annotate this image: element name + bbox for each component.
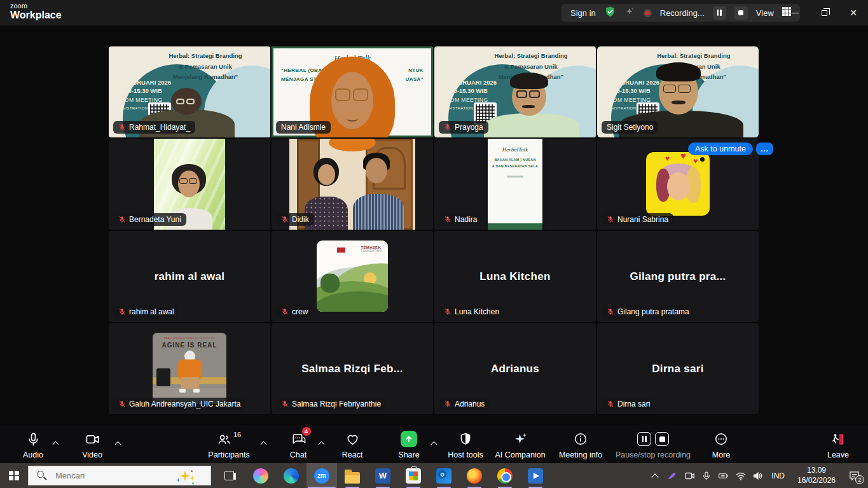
tile-nadira[interactable]: HerbalTalk BAHAN ALAM ) NUSAN A DAN KESE… xyxy=(434,139,596,230)
taskbar-copilot-icon[interactable] xyxy=(245,463,276,488)
chat-icon: 4 xyxy=(291,431,306,447)
microphone-icon xyxy=(26,431,41,447)
tile-bernadeta-yuni[interactable]: Bernadeta Yuni xyxy=(109,139,270,230)
brand-workplace: Workplace xyxy=(10,10,62,21)
restore-button[interactable] xyxy=(809,0,839,25)
task-view-button[interactable] xyxy=(216,463,242,488)
tile-galuh-andreansyah[interactable]: PABLO PICASSO/1881.10.25-1973.4.8 AGINE … xyxy=(109,323,270,414)
wifi-icon[interactable] xyxy=(735,470,747,482)
shield-icon xyxy=(458,431,472,447)
name-label: Prayoga xyxy=(439,121,488,134)
minimize-button[interactable] xyxy=(780,0,809,25)
taskbar-edge-icon[interactable] xyxy=(276,463,307,488)
name-label: rahim al awal xyxy=(113,305,179,318)
landscape-poster-avatar: TEMASEKFOUNDATION xyxy=(317,241,388,312)
recording-indicator-icon xyxy=(644,9,652,17)
active-speaker-actions: Ask to unmute ... xyxy=(688,143,773,155)
battery-icon[interactable] xyxy=(718,470,729,482)
heart-icon: ♥ xyxy=(665,155,670,162)
name-label: Galuh Andreansyah_UIC Jakarta xyxy=(113,398,245,410)
view-button[interactable]: View xyxy=(756,8,774,18)
name-label: Salmaa Rizqi Febriyanthie xyxy=(276,398,386,410)
leave-button[interactable]: Leave xyxy=(809,431,867,459)
name-label: Dirna sari xyxy=(602,398,655,410)
name-label: Didik xyxy=(276,213,314,226)
search-input[interactable] xyxy=(54,470,162,481)
tile-salmaa-rizqi[interactable]: Salmaa Rizqi Feb... Salmaa Rizqi Febriya… xyxy=(272,323,433,414)
participant-grid: Herbal: Strategi Branding& Pemasaran Uni… xyxy=(109,46,759,414)
portrait-poster-video: HerbalTalk BAHAN ALAM ) NUSAN A DAN KESE… xyxy=(488,139,542,230)
tile-didik[interactable]: Didik xyxy=(272,139,433,230)
ask-to-unmute-button[interactable]: Ask to unmute xyxy=(688,143,753,155)
hidden-icons-chevron[interactable] xyxy=(649,470,661,482)
name-label: Nani Adismie xyxy=(276,121,331,134)
stop-recording-icon[interactable] xyxy=(655,432,669,446)
taskbar-apps: zm W xyxy=(245,463,551,488)
tile-sigit-setiyono[interactable]: Herbal: Strategi Branding& Pemasaran Uni… xyxy=(597,46,759,137)
taskbar-chrome-icon[interactable] xyxy=(490,463,520,488)
taskbar-zoom-icon[interactable]: zm xyxy=(307,463,337,488)
recording-status-text: Recording... xyxy=(660,8,705,18)
language-indicator[interactable]: IND xyxy=(769,471,787,480)
security-shield-icon[interactable] xyxy=(604,6,616,20)
pause-recording-icon[interactable] xyxy=(637,432,651,446)
start-button[interactable] xyxy=(0,463,28,488)
taskbar-firefox-icon[interactable] xyxy=(459,463,490,488)
video-menu-chevron[interactable] xyxy=(115,442,121,448)
name-label: Sigit Setiyono xyxy=(602,121,658,134)
ai-sparkle-icon xyxy=(513,431,528,447)
window-titlebar: zoom Workplace Sign in Recording... View… xyxy=(0,0,868,25)
taskbar-search[interactable] xyxy=(28,466,211,485)
name-label: Adrianus xyxy=(439,398,490,410)
volume-icon[interactable] xyxy=(752,470,764,482)
more-ellipsis-icon xyxy=(714,431,728,447)
camera-tray-icon[interactable] xyxy=(684,470,695,482)
tile-rahim-al-awal[interactable]: rahim al awal rahim al awal xyxy=(109,231,270,322)
tile-gilang-putra-pratama[interactable]: Gilang putra pra... Gilang putra pratama xyxy=(597,231,759,322)
tile-luna-kitchen[interactable]: Luna Kitchen Luna Kitchen xyxy=(434,231,596,322)
notification-count-badge: 2 xyxy=(855,475,864,484)
clock-time: 13.09 xyxy=(807,466,826,475)
microphone-tray-icon[interactable] xyxy=(701,470,712,482)
participants-count: 16 xyxy=(233,431,241,438)
tile-nani-adismie[interactable]: Herbal Talk "HERBAL (OBAT BAHAN ANTUK ME… xyxy=(272,46,433,137)
ai-sparkle-icon[interactable] xyxy=(624,6,635,20)
window-controls: ✕ xyxy=(780,0,868,25)
participants-icon: 16 xyxy=(217,431,241,447)
profile-photo-avatar: PABLO PICASSO/1881.10.25-1973.4.8 AGINE … xyxy=(153,333,226,404)
zoom-workplace-logo: zoom Workplace xyxy=(10,3,62,20)
notification-center-button[interactable]: 2 xyxy=(846,469,862,483)
tile-rahmat-hidayat[interactable]: Herbal: Strategi Branding& Pemasaran Uni… xyxy=(109,46,270,137)
clock-date: 16/02/2026 xyxy=(797,476,836,485)
name-label: Nurani Sabrina xyxy=(602,213,673,226)
taskbar-outlook-icon[interactable] xyxy=(429,463,459,488)
sign-in-button[interactable]: Sign in xyxy=(570,8,596,18)
name-label: Gilang putra pratama xyxy=(602,305,694,318)
name-label: Bernadeta Yuni xyxy=(113,213,186,226)
taskbar-movies-tv-icon[interactable] xyxy=(520,463,551,488)
taskbar-file-explorer-icon[interactable] xyxy=(337,463,368,488)
close-button[interactable]: ✕ xyxy=(839,0,868,25)
taskbar-clock[interactable]: 13.09 16/02/2026 xyxy=(792,466,841,485)
name-label: Nadira xyxy=(439,213,482,226)
tile-adrianus[interactable]: Adrianus Adrianus xyxy=(434,323,596,414)
more-options-button[interactable]: ... xyxy=(756,143,773,155)
stop-recording-button[interactable] xyxy=(734,6,748,20)
video-button[interactable]: Video xyxy=(57,431,127,459)
more-button[interactable]: More xyxy=(686,431,756,459)
pen-feather-icon[interactable] xyxy=(666,470,678,482)
ai-companion-button[interactable]: AI Companion xyxy=(485,431,555,459)
name-label: Luna Kitchen xyxy=(439,305,504,318)
participants-button[interactable]: 16 Participants xyxy=(194,431,264,459)
tile-prayoga[interactable]: Herbal: Strategi Branding& Pemasaran Uni… xyxy=(434,46,596,137)
search-icon xyxy=(37,471,44,478)
tile-crew[interactable]: TEMASEKFOUNDATION crew xyxy=(272,231,433,322)
tile-dirna-sari[interactable]: Dirna sari Dirna sari xyxy=(597,323,759,414)
taskbar-word-icon[interactable]: W xyxy=(368,463,398,488)
taskbar-store-icon[interactable] xyxy=(398,463,429,488)
pause-recording-button[interactable] xyxy=(713,6,726,20)
copilot-sparkle-icon xyxy=(176,469,195,484)
titlebar-controls: Sign in Recording... View xyxy=(561,4,800,22)
task-view-icon xyxy=(224,471,234,480)
windows-taskbar: zm W IND 13.09 16/02/2026 xyxy=(0,463,868,488)
